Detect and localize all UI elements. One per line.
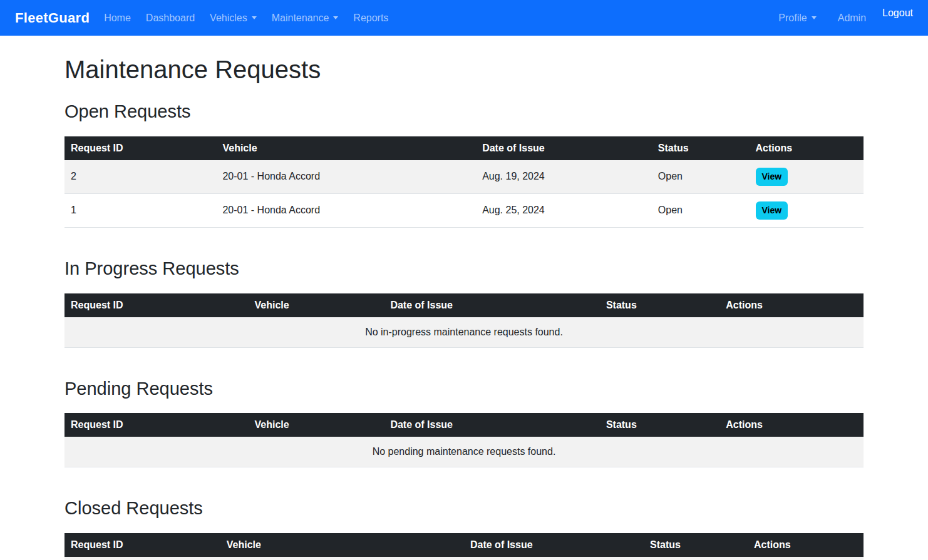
nav-maintenance-label: Maintenance [272,13,329,24]
closed-requests-table: Request ID Vehicle Date of Issue Status … [64,533,864,560]
cell-vehicle: 20-01 - Honda Accord [216,193,476,227]
section-in-progress-requests: In Progress Requests Request ID Vehicle … [64,258,864,348]
caret-down-icon [333,16,338,19]
open-requests-table: Request ID Vehicle Date of Issue Status … [64,136,864,228]
col-date-of-issue: Date of Issue [464,533,644,557]
cell-date-of-issue: Aug. 19, 2024 [476,160,652,194]
nav-admin[interactable]: Admin [833,8,871,29]
cell-request-id: 2 [64,160,216,194]
col-request-id: Request ID [64,293,248,317]
nav-profile-dropdown[interactable]: Profile [773,8,821,29]
col-actions: Actions [719,413,864,437]
main-content: Maintenance Requests Open Requests Reque… [64,36,864,560]
col-actions: Actions [750,136,864,160]
in-progress-requests-table: Request ID Vehicle Date of Issue Status … [64,293,864,348]
caret-down-icon [812,16,817,19]
nav-vehicles-dropdown[interactable]: Vehicles [205,8,262,29]
col-date-of-issue: Date of Issue [476,136,652,160]
section-closed-requests: Closed Requests Request ID Vehicle Date … [64,497,864,560]
nav-home[interactable]: Home [99,8,136,29]
table-header-row: Request ID Vehicle Date of Issue Status … [64,413,864,437]
nav-maintenance-dropdown[interactable]: Maintenance [267,8,344,29]
empty-state-message: No in-progress maintenance requests foun… [64,317,864,348]
nav-dashboard[interactable]: Dashboard [141,8,200,29]
col-actions: Actions [719,293,864,317]
in-progress-requests-heading: In Progress Requests [64,258,864,280]
view-button[interactable]: View [756,168,788,186]
table-header-row: Request ID Vehicle Date of Issue Status … [64,533,864,557]
col-request-id: Request ID [64,533,220,557]
cell-actions: View [750,193,864,227]
section-open-requests: Open Requests Request ID Vehicle Date of… [64,101,864,228]
navbar: FleetGuard Home Dashboard Vehicles Maint… [0,0,928,36]
cell-vehicle: 20-01 - Honda Accord [216,160,476,194]
nav-left: Home Dashboard Vehicles Maintenance Repo… [99,8,398,29]
table-header-row: Request ID Vehicle Date of Issue Status … [64,293,864,317]
section-pending-requests: Pending Requests Request ID Vehicle Date… [64,378,864,468]
nav-vehicles-label: Vehicles [210,13,247,24]
nav-right: Profile Admin Logout [762,8,913,29]
col-date-of-issue: Date of Issue [384,293,600,317]
caret-down-icon [252,16,257,19]
open-requests-heading: Open Requests [64,101,864,123]
logout-button[interactable]: Logout [882,8,913,19]
view-button[interactable]: View [756,201,788,220]
cell-date-of-issue: Aug. 25, 2024 [476,193,652,227]
col-actions: Actions [748,533,864,557]
table-header-row: Request ID Vehicle Date of Issue Status … [64,136,864,160]
col-vehicle: Vehicle [220,533,464,557]
empty-state-cell [64,557,864,560]
col-request-id: Request ID [64,136,216,160]
empty-state-row: No in-progress maintenance requests foun… [64,317,864,348]
empty-state-message: No pending maintenance requests found. [64,437,864,467]
col-status: Status [652,136,750,160]
cell-status: Open [652,193,750,227]
col-status: Status [600,293,719,317]
table-row: 2 20-01 - Honda Accord Aug. 19, 2024 Ope… [64,160,864,194]
nav-profile-label: Profile [778,13,807,24]
cell-status: Open [652,160,750,194]
closed-requests-heading: Closed Requests [64,497,864,519]
page-title: Maintenance Requests [64,54,864,84]
brand-link[interactable]: FleetGuard [15,10,90,26]
col-vehicle: Vehicle [248,413,384,437]
nav-reports[interactable]: Reports [348,8,393,29]
empty-state-row: No pending maintenance requests found. [64,437,864,467]
cell-request-id: 1 [64,193,216,227]
col-status: Status [644,533,748,557]
cell-actions: View [750,160,864,194]
col-date-of-issue: Date of Issue [384,413,600,437]
col-vehicle: Vehicle [216,136,476,160]
col-request-id: Request ID [64,413,248,437]
col-status: Status [600,413,719,437]
col-vehicle: Vehicle [248,293,384,317]
pending-requests-heading: Pending Requests [64,378,864,400]
table-row: 1 20-01 - Honda Accord Aug. 25, 2024 Ope… [64,193,864,227]
pending-requests-table: Request ID Vehicle Date of Issue Status … [64,413,864,467]
empty-state-row [64,557,864,560]
